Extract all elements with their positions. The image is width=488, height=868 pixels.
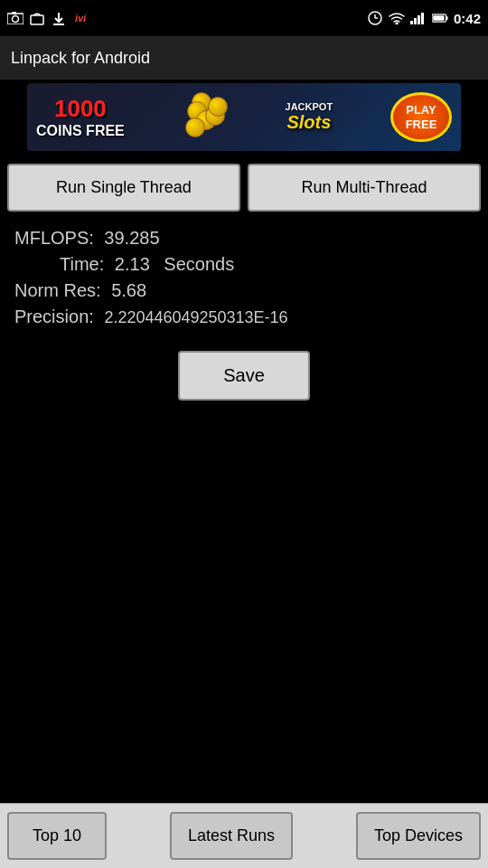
ad-coin-stack [183, 92, 237, 142]
wifi-icon [389, 10, 405, 26]
status-bar-left: ivi [7, 10, 89, 26]
ad-coins-free-text: COINS FREE [36, 123, 125, 139]
svg-rect-12 [421, 13, 424, 24]
mflops-row: MFLOPS: 39.285 [14, 228, 474, 249]
time-unit: Seconds [164, 254, 234, 274]
top-devices-button[interactable]: Top Devices [356, 812, 481, 860]
norm-res-label: Norm Res: [14, 280, 101, 300]
signal-icon [410, 10, 427, 26]
results-section: MFLOPS: 39.285 Time: 2.13 Seconds Norm R… [0, 221, 488, 340]
svg-rect-10 [414, 18, 417, 24]
ad-coins-amount: 1000 [54, 95, 107, 123]
svg-rect-9 [410, 21, 413, 24]
action-buttons: Run Single Thread Run Multi-Thread [0, 155, 488, 221]
top-10-button[interactable]: Top 10 [7, 812, 107, 860]
latest-runs-button[interactable]: Latest Runs [170, 812, 293, 860]
time-value: 2.13 [115, 254, 150, 274]
app-title: Linpack for Android [11, 49, 150, 68]
status-bar-right: 0:42 [367, 10, 481, 26]
precision-row: Precision: 2.220446049250313E-16 [14, 307, 474, 327]
svg-rect-2 [12, 12, 16, 14]
download-icon [51, 10, 67, 26]
save-button[interactable]: Save [178, 351, 310, 401]
svg-rect-15 [433, 15, 444, 21]
svg-rect-14 [446, 16, 448, 20]
svg-rect-11 [418, 15, 420, 24]
run-multi-thread-button[interactable]: Run Multi-Thread [248, 164, 481, 212]
time-label: Time: [60, 254, 104, 274]
norm-res-row: Norm Res: 5.68 [14, 280, 474, 301]
svg-rect-3 [31, 15, 43, 24]
jackpot-slots-label: Slots [286, 112, 331, 133]
shop-icon [29, 10, 45, 26]
run-single-thread-button[interactable]: Run Single Thread [7, 164, 240, 212]
status-bar: ivi [0, 0, 488, 36]
content-area [0, 401, 488, 699]
time-row: Time: 2.13 Seconds [14, 254, 474, 275]
ad-center: JACKPOT Slots [286, 101, 333, 133]
bottom-nav: Top 10 Latest Runs Top Devices [0, 803, 488, 868]
ivi-icon: ivi [72, 10, 89, 26]
ad-right: PLAY FREE [381, 87, 461, 147]
battery-icon [432, 10, 448, 26]
clock-icon [367, 10, 383, 26]
jackpot-label: JACKPOT [286, 101, 333, 112]
save-container: Save [0, 351, 488, 401]
svg-point-8 [396, 23, 398, 24]
norm-res-value: 5.68 [111, 280, 146, 300]
ad-left: 1000 COINS FREE [27, 90, 134, 145]
precision-value: 2.220446049250313E-16 [104, 308, 287, 326]
svg-point-1 [13, 16, 19, 23]
title-bar: Linpack for Android [0, 36, 488, 80]
mflops-value: 39.285 [104, 228, 159, 248]
status-time: 0:42 [454, 11, 481, 26]
play-free-button[interactable]: PLAY FREE [390, 92, 452, 142]
precision-label: Precision: [14, 307, 94, 326]
photo-icon [7, 10, 23, 26]
ad-banner[interactable]: 1000 COINS FREE JACKPOT Slots PLAY FREE [27, 83, 461, 151]
mflops-label: MFLOPS: [14, 228, 94, 248]
